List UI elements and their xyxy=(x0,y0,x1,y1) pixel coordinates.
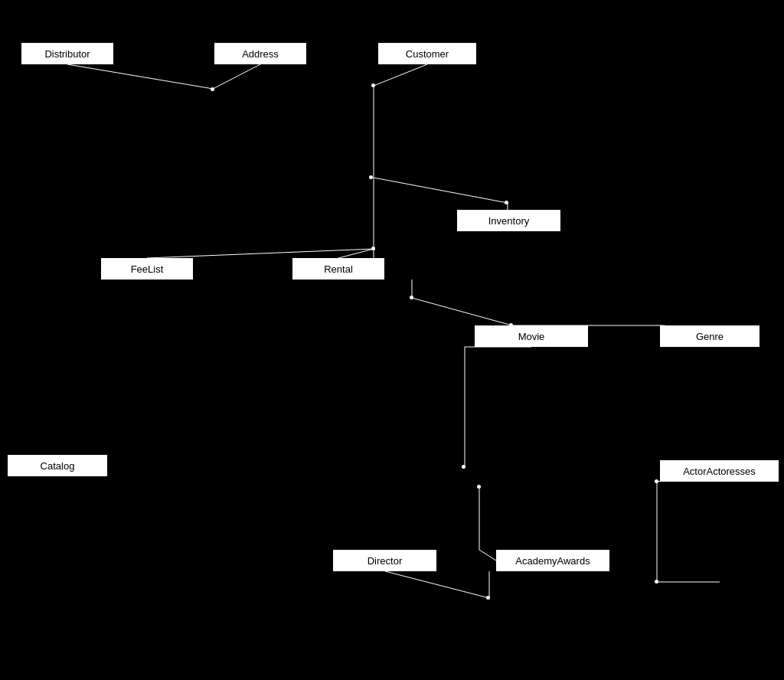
entity-node-catalog[interactable]: Catalog xyxy=(8,455,107,476)
entity-node-movie[interactable]: Movie xyxy=(475,325,588,347)
connection-dot xyxy=(486,596,490,600)
entity-node-director[interactable]: Director xyxy=(333,550,436,571)
svg-line-0 xyxy=(67,64,213,89)
connection-dot xyxy=(505,201,508,204)
svg-line-10 xyxy=(412,298,512,325)
svg-line-20 xyxy=(385,571,489,598)
entity-node-customer[interactable]: Customer xyxy=(378,43,476,64)
connection-dot xyxy=(655,580,658,584)
svg-line-1 xyxy=(213,64,260,89)
svg-line-8 xyxy=(338,249,374,258)
entity-node-rental[interactable]: Rental xyxy=(292,258,384,280)
entity-node-academyawards[interactable]: AcademyAwards xyxy=(496,550,609,571)
svg-line-2 xyxy=(374,64,427,86)
connection-dot xyxy=(462,465,466,469)
svg-line-7 xyxy=(147,249,374,258)
entity-node-address[interactable]: Address xyxy=(214,43,306,64)
entity-node-inventory[interactable]: Inventory xyxy=(457,210,560,231)
entity-node-feelist[interactable]: FeeList xyxy=(101,258,193,280)
connection-dot xyxy=(371,247,375,250)
connection-dot xyxy=(211,87,214,91)
svg-line-6 xyxy=(374,178,508,203)
entity-node-genre[interactable]: Genre xyxy=(660,325,760,347)
connection-dot xyxy=(410,296,413,299)
connection-dot xyxy=(371,83,375,87)
entity-node-actoractoresses[interactable]: ActorActoresses xyxy=(660,460,779,482)
connection-dot xyxy=(655,479,658,483)
connection-dot xyxy=(369,175,373,179)
entity-node-distributor[interactable]: Distributor xyxy=(21,43,113,64)
svg-line-15 xyxy=(479,550,496,561)
connection-dot xyxy=(477,485,481,489)
